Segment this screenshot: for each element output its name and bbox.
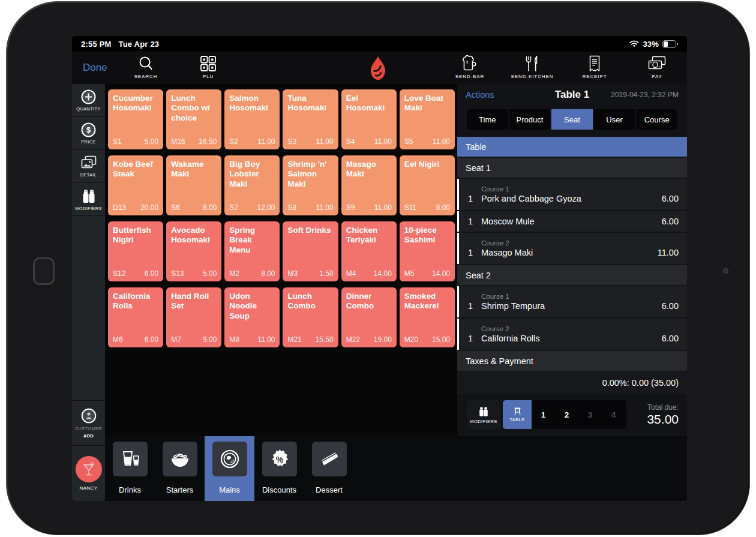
- product-tile[interactable]: Kobe Beef SteakD1320.00: [108, 155, 163, 215]
- tile-sku: M16: [171, 137, 185, 146]
- order-item-row[interactable]: Course 2 1 Masago Maki 11.00: [457, 233, 687, 264]
- seat-number-1[interactable]: 1: [532, 410, 555, 419]
- customer-add-button[interactable]: CUSTOMER ADD: [72, 400, 105, 446]
- tab-time[interactable]: Time: [467, 109, 508, 130]
- order-item-row[interactable]: 1 Moscow Mule 6.00: [457, 211, 687, 232]
- beer-mug-icon: [461, 55, 478, 73]
- send-kitchen-button[interactable]: SEND-KITCHEN: [503, 55, 561, 79]
- product-tile[interactable]: Wakame MakiS68.00: [166, 155, 221, 215]
- user-button[interactable]: NANCY: [72, 446, 105, 501]
- order-item-row[interactable]: Course 2 1 California Rolls 6.00: [457, 319, 687, 350]
- footer-modifiers-label: MODIFIERS: [470, 419, 497, 424]
- product-tile[interactable]: Spring Break MenuM28.00: [224, 221, 280, 281]
- quantity-button[interactable]: QUANTITY: [72, 84, 105, 117]
- tile-price: 8.00: [261, 269, 275, 278]
- seat-number-3[interactable]: 3: [578, 410, 602, 419]
- quantity-label: QUANTITY: [76, 106, 100, 112]
- seat-section-header[interactable]: Seat 1: [457, 158, 687, 178]
- product-tile[interactable]: Hand Roll SetM79.00: [166, 287, 221, 347]
- total-due: Total due: 35.00: [647, 403, 679, 427]
- battery-percent: 33%: [643, 40, 659, 49]
- send-bar-button[interactable]: SEND-BAR: [441, 55, 499, 79]
- quantity-icon: [80, 89, 97, 105]
- product-tile[interactable]: Smoked MackerelM2015.00: [400, 287, 455, 347]
- modifiers-button[interactable]: MODIFIERS: [72, 183, 105, 216]
- tab-product[interactable]: Product: [509, 109, 551, 130]
- product-tile[interactable]: Lunch ComboM2115.50: [283, 287, 338, 347]
- seat-number-2[interactable]: 2: [555, 410, 578, 419]
- category-label: Mains: [219, 485, 240, 494]
- product-tile[interactable]: Tuna HosomakiS311.00: [283, 89, 338, 149]
- receipt-icon: [587, 55, 602, 73]
- tile-sku: S6: [171, 203, 180, 212]
- seat-section-header[interactable]: Seat 2: [457, 265, 687, 285]
- tile-price: 12.00: [257, 203, 275, 212]
- tab-course[interactable]: Course: [636, 109, 677, 130]
- product-tile[interactable]: Big Boy Lobster MakiS712.00: [224, 155, 280, 215]
- price-button[interactable]: $ PRICE: [72, 117, 105, 150]
- product-tile[interactable]: Soft DrinksM31.50: [283, 221, 338, 281]
- seat-selector: 1 2 3 4: [532, 400, 626, 429]
- seat-number-4[interactable]: 4: [602, 410, 625, 419]
- footer-modifiers-button[interactable]: MODIFIERS: [467, 400, 500, 429]
- tile-sku: S11: [404, 203, 416, 212]
- product-tile[interactable]: Butterfish NigiriS126.00: [108, 221, 163, 281]
- footer-table-button[interactable]: TABLE: [503, 400, 532, 429]
- order-view-tabs: Time Product Seat User Course: [467, 109, 677, 130]
- product-tile[interactable]: Eel NigiriS118.00: [400, 155, 455, 215]
- plu-button[interactable]: PLU: [179, 55, 237, 79]
- order-item-row[interactable]: Course 1 1 Shrimp Tempura 6.00: [457, 286, 687, 317]
- tile-sku: S7: [229, 203, 238, 212]
- product-tile[interactable]: Salmon HosomakiS211.00: [224, 89, 280, 149]
- order-item-row[interactable]: Course 1 1 Pork and Cabbage Gyoza 6.00: [457, 179, 687, 210]
- item-price: 6.00: [662, 194, 679, 203]
- app-screen: 2:55 PM Tue Apr 23 33%: [72, 36, 687, 501]
- product-tile[interactable]: Avocado HosomakiS135.00: [166, 221, 221, 281]
- tab-user[interactable]: User: [594, 109, 635, 130]
- product-tile[interactable]: Dinner ComboM2219.00: [341, 287, 397, 347]
- category-drinks[interactable]: Drinks: [105, 436, 155, 501]
- tile-price: 11.00: [316, 137, 334, 146]
- toolbar: Done SEARCH: [72, 52, 687, 84]
- tile-price: 8.00: [203, 203, 217, 212]
- search-button[interactable]: SEARCH: [117, 55, 175, 79]
- category-mains[interactable]: Mains: [205, 436, 254, 501]
- total-due-label: Total due:: [647, 403, 679, 412]
- pay-button[interactable]: PAY: [628, 55, 686, 79]
- total-due-amount: 35.00: [647, 412, 679, 427]
- drinks-icon: [113, 442, 148, 476]
- send-kitchen-label: SEND-KITCHEN: [511, 74, 554, 79]
- product-tile[interactable]: Chicken TeriyakiM414.00: [341, 221, 397, 281]
- price-label: PRICE: [81, 139, 95, 145]
- product-tile[interactable]: Eel HosomakiS411.00: [341, 89, 397, 149]
- product-tile[interactable]: 10-piece SashimiM514.00: [400, 221, 455, 281]
- status-bar: 2:55 PM Tue Apr 23 33%: [72, 36, 687, 52]
- product-tile[interactable]: Cucumber HosomakiS15.00: [108, 89, 163, 149]
- product-tile[interactable]: Shrimp 'n' Salmon MakiS811.00: [283, 155, 338, 215]
- customer-add-icon: [80, 407, 97, 424]
- detail-button[interactable]: DETAIL: [72, 150, 105, 183]
- table-section-header[interactable]: Table: [457, 137, 687, 157]
- customer-label-line2: ADD: [83, 433, 94, 439]
- category-dessert[interactable]: Dessert: [304, 436, 354, 501]
- product-tile[interactable]: California RollsM66.00: [108, 287, 163, 347]
- product-tile[interactable]: Love Boat MakiS511.00: [400, 89, 455, 149]
- done-button[interactable]: Done: [83, 52, 107, 84]
- user-avatar: [76, 456, 102, 482]
- product-tile[interactable]: Masago MakiS911.00: [341, 155, 397, 215]
- receipt-button[interactable]: RECEIPT: [566, 55, 623, 79]
- course-label: Course 1: [481, 293, 679, 300]
- product-tile[interactable]: Lunch Combo w/ choiceM1616.50: [166, 89, 221, 149]
- tile-sku: M21: [287, 335, 301, 344]
- tile-sku: M2: [229, 269, 239, 278]
- category-starters[interactable]: Starters: [155, 436, 205, 501]
- item-qty: 1: [468, 217, 481, 226]
- category-discounts[interactable]: % Discounts: [254, 436, 304, 501]
- tab-seat[interactable]: Seat: [551, 109, 593, 130]
- tile-price: 14.00: [374, 269, 392, 278]
- tax-line: 0.00%: 0.00 (35.00): [457, 372, 687, 394]
- product-tile[interactable]: Udon Noodle SoupM811.00: [224, 287, 280, 347]
- taxes-section-header[interactable]: Taxes & Payment: [457, 351, 687, 371]
- home-button[interactable]: [33, 257, 55, 285]
- search-icon: [138, 55, 154, 73]
